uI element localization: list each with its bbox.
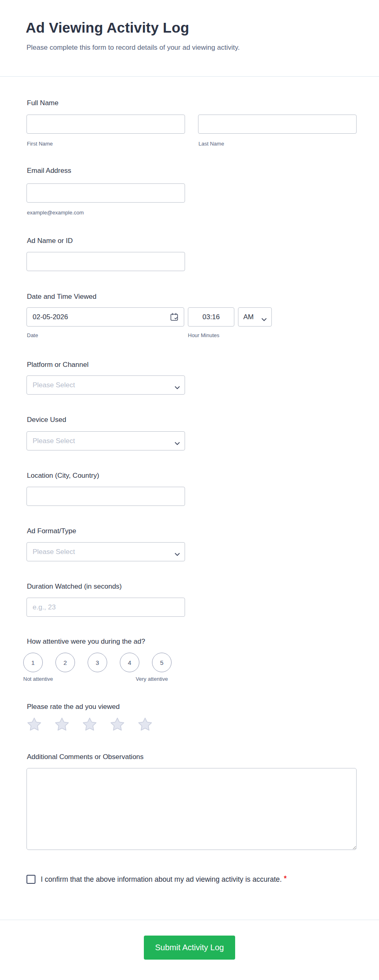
scale-min-label: Not attentive xyxy=(23,676,53,682)
header-divider xyxy=(0,76,379,77)
star-icon[interactable] xyxy=(82,716,98,733)
last-name-input[interactable] xyxy=(198,115,357,134)
ad-format-label: Ad Format/Type xyxy=(27,527,76,535)
duration-input[interactable] xyxy=(26,598,185,617)
datetime-label: Date and Time Viewed xyxy=(27,293,97,301)
duration-label: Duration Watched (in seconds) xyxy=(27,583,122,591)
footer-divider xyxy=(0,920,379,920)
attentive-option[interactable]: 3 xyxy=(88,653,107,672)
comments-label: Additional Comments or Observations xyxy=(27,753,143,761)
last-name-sublabel: Last Name xyxy=(198,141,224,147)
ad-viewing-activity-form: Ad Viewing Activity Log Please complete … xyxy=(0,0,379,980)
confirm-checkbox-row: I confirm that the above information abo… xyxy=(26,874,287,885)
submit-button[interactable]: Submit Activity Log xyxy=(144,936,235,960)
first-name-sublabel: First Name xyxy=(27,141,53,147)
ad-name-input[interactable] xyxy=(26,252,185,271)
attentive-option[interactable]: 5 xyxy=(152,653,172,672)
first-name-input[interactable] xyxy=(26,115,185,134)
attentive-option[interactable]: 4 xyxy=(120,653,139,672)
device-label: Device Used xyxy=(27,416,66,424)
time-input[interactable] xyxy=(188,307,234,327)
attentive-scale: 12345 xyxy=(23,653,172,672)
date-input[interactable] xyxy=(26,307,184,327)
platform-label: Platform or Channel xyxy=(27,361,88,369)
ad-format-select[interactable]: Please Select xyxy=(26,542,185,561)
email-input[interactable] xyxy=(26,183,185,203)
attentive-option[interactable]: 1 xyxy=(23,653,43,672)
date-sublabel: Date xyxy=(27,332,38,338)
scale-max-label: Very attentive xyxy=(122,676,181,682)
page-title: Ad Viewing Activity Log xyxy=(26,20,189,36)
location-input[interactable] xyxy=(26,487,185,506)
page-subtitle: Please complete this form to record deta… xyxy=(26,44,240,52)
device-select[interactable]: Please Select xyxy=(26,431,185,450)
star-icon[interactable] xyxy=(109,716,126,733)
confirm-checkbox[interactable] xyxy=(26,875,35,884)
email-label: Email Address xyxy=(27,167,71,175)
full-name-label: Full Name xyxy=(27,99,58,107)
platform-select[interactable]: Please Select xyxy=(26,375,185,395)
confirm-label: I confirm that the above information abo… xyxy=(41,875,282,883)
attentiveness-label: How attentive were you during the ad? xyxy=(27,638,145,646)
location-label: Location (City, Country) xyxy=(27,472,99,480)
rating-label: Please rate the ad you viewed xyxy=(27,703,120,711)
required-asterisk: * xyxy=(284,874,286,883)
star-icon[interactable] xyxy=(26,716,42,733)
attentive-option[interactable]: 2 xyxy=(55,653,75,672)
ad-name-label: Ad Name or ID xyxy=(27,237,73,245)
meridiem-select[interactable]: AM xyxy=(238,307,272,327)
email-sublabel: example@example.com xyxy=(27,210,84,216)
star-icon[interactable] xyxy=(54,716,70,733)
star-rating xyxy=(26,716,153,733)
star-icon[interactable] xyxy=(137,716,153,733)
time-sublabel: Hour Minutes xyxy=(188,332,219,338)
comments-textarea[interactable] xyxy=(26,768,357,850)
